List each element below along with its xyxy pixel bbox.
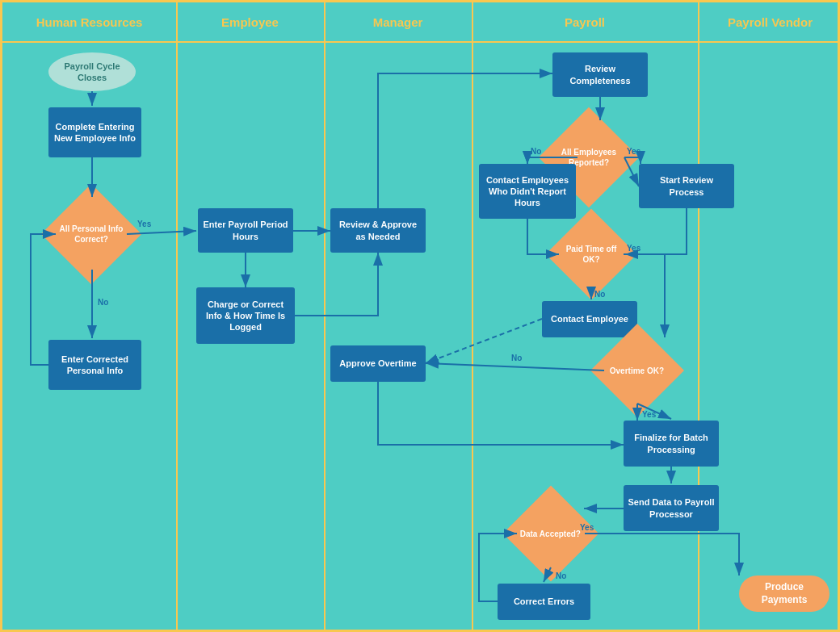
col-header-employee: Employee (176, 2, 324, 43)
col-header-payroll: Payroll (472, 2, 698, 43)
contact-employees-no-hours: Contact Employees Who Didn't Report Hour… (479, 164, 576, 219)
contact-employee: Contact Employee (542, 301, 637, 337)
diagram-container: Human Resources Employee Manager Payroll… (0, 0, 840, 632)
divider-hr-employee (176, 2, 178, 630)
overtime-ok: Overtime OK? (590, 324, 684, 417)
col-header-hr: Human Resources (2, 2, 176, 43)
arrows-overlay: No Yes No Yes No Yes (2, 2, 840, 632)
yes-personal-label: Yes (137, 220, 152, 228)
send-data-payroll-processor: Send Data to Payroll Processor (624, 485, 719, 531)
enter-payroll-period-hours: Enter Payroll Period Hours (198, 208, 293, 253)
svg-line-13 (426, 319, 542, 363)
complete-entering-new-employee: Complete Entering New Employee Info (48, 107, 141, 157)
produce-payments: Produce Payments (739, 575, 830, 612)
start-review-process: Start Review Process (639, 164, 734, 208)
correct-errors: Correct Errors (498, 584, 590, 620)
divider-employee-manager (324, 2, 326, 630)
no-employees-label: No (531, 147, 541, 156)
no-personal-label: No (98, 298, 108, 307)
enter-corrected-personal-info: Enter Corrected Personal Info (48, 340, 141, 390)
paid-time-off-ok: Paid Time off OK? (545, 208, 636, 299)
yes-overtime-label: Yes (642, 410, 657, 419)
no-overtime-label: No (511, 354, 522, 362)
approve-overtime: Approve Overtime (330, 345, 426, 382)
all-personal-info-correct: All Personal Info Correct? (41, 184, 141, 284)
finalize-batch-processing: Finalize for Batch Processing (624, 421, 719, 467)
col-header-vendor: Payroll Vendor (698, 2, 840, 43)
payroll-cycle-closes: Payroll Cycle Closes (48, 52, 136, 91)
divider-payroll-vendor (698, 2, 699, 630)
data-accepted: Data Accepted? (503, 486, 599, 582)
review-approve-as-needed: Review & Approve as Needed (330, 208, 426, 253)
col-header-manager: Manager (324, 2, 472, 43)
review-completeness: Review Completeness (552, 52, 648, 97)
divider-manager-payroll (472, 2, 473, 630)
charge-or-correct-info: Charge or Correct Info & How Time Is Log… (196, 287, 295, 344)
svg-line-15 (426, 363, 604, 370)
